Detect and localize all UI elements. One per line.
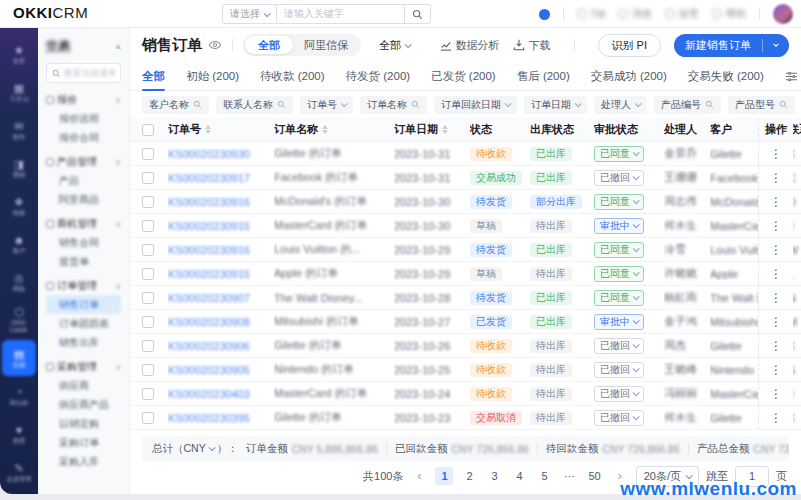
tab-5[interactable]: 售后 (200) bbox=[517, 62, 570, 91]
global-search-input[interactable]: 请输入关键字 bbox=[277, 4, 405, 24]
sort-icon[interactable] bbox=[322, 125, 328, 134]
topbar-nav-item-0[interactable]: TM bbox=[577, 7, 605, 21]
filter-chip-7[interactable]: 产品编号 bbox=[654, 96, 721, 114]
user-avatar[interactable] bbox=[773, 4, 793, 24]
more-actions-button[interactable]: ⋮ bbox=[770, 291, 782, 305]
sidebar-search-input[interactable]: 搜索当前菜单 bbox=[46, 63, 121, 83]
totals-currency-select[interactable]: 总计（CNY）： bbox=[152, 442, 238, 456]
more-actions-button[interactable]: ⋮ bbox=[770, 147, 782, 161]
row-checkbox[interactable] bbox=[142, 196, 154, 208]
order-number-link[interactable]: KS00020230906 bbox=[168, 340, 250, 352]
sort-icon[interactable] bbox=[442, 125, 448, 134]
topbar-nav-item-3[interactable]: 帮助 bbox=[712, 7, 746, 21]
create-order-button[interactable]: 新建销售订单 bbox=[674, 34, 789, 57]
row-checkbox[interactable] bbox=[142, 268, 154, 280]
sidebar-item[interactable]: 报价说明 bbox=[46, 109, 121, 128]
sort-icon[interactable] bbox=[205, 125, 211, 134]
approval-dropdown[interactable]: 已撤回 bbox=[594, 362, 644, 378]
page-button-2[interactable]: 2 bbox=[460, 467, 478, 485]
more-actions-button[interactable]: ⋮ bbox=[770, 195, 782, 209]
sidebar-section-header-2[interactable]: 商机管理∨ bbox=[46, 215, 121, 233]
row-checkbox[interactable] bbox=[142, 148, 154, 160]
tab-2[interactable]: 待收款 (200) bbox=[260, 62, 325, 91]
row-checkbox[interactable] bbox=[142, 172, 154, 184]
filter-chip-8[interactable]: 产品型号 bbox=[728, 96, 795, 114]
more-actions-button[interactable]: ⋮ bbox=[770, 339, 782, 353]
row-checkbox[interactable] bbox=[142, 220, 154, 232]
tab-1[interactable]: 初始 (200) bbox=[186, 62, 239, 91]
order-number-link[interactable]: KS00020230403 bbox=[168, 388, 250, 400]
sidebar-item[interactable]: 销售订单 bbox=[46, 295, 121, 314]
filter-chip-3[interactable]: 订单名称 bbox=[360, 96, 427, 114]
approval-dropdown[interactable]: 审批中 bbox=[594, 218, 644, 234]
page-button-4[interactable]: 4 bbox=[510, 467, 528, 485]
page-button-5[interactable]: 5 bbox=[535, 467, 553, 485]
select-all-checkbox[interactable] bbox=[142, 124, 154, 136]
sidebar-item[interactable]: 供应商 bbox=[46, 376, 121, 395]
page-button-1[interactable]: 1 bbox=[435, 467, 453, 485]
global-search-category-select[interactable]: 请选择 bbox=[222, 4, 277, 24]
tab-4[interactable]: 已发货 (200) bbox=[431, 62, 496, 91]
sidebar-section-header-0[interactable]: 报价∨ bbox=[46, 91, 121, 109]
preview-eye-icon[interactable] bbox=[208, 38, 222, 52]
sidebar-section-header-1[interactable]: 产品管理∨ bbox=[46, 153, 121, 171]
tab-6[interactable]: 交易成功 (200) bbox=[591, 62, 667, 91]
approval-dropdown[interactable]: 审批中 bbox=[594, 314, 644, 330]
rail-item-6[interactable]: ◎商机 bbox=[2, 264, 36, 300]
column-settings-icon[interactable] bbox=[785, 70, 798, 83]
rail-item-4[interactable]: ❖线索 bbox=[2, 188, 36, 224]
approval-dropdown[interactable]: 已同意 bbox=[594, 194, 644, 210]
row-checkbox[interactable] bbox=[142, 388, 154, 400]
create-order-caret[interactable] bbox=[763, 41, 789, 49]
row-checkbox[interactable] bbox=[142, 244, 154, 256]
rail-item-7[interactable]: ⬡OKKI Leads bbox=[2, 302, 36, 338]
tab-0[interactable]: 全部 bbox=[142, 62, 165, 91]
filter-chip-0[interactable]: 客户名称 bbox=[142, 96, 209, 114]
approval-dropdown[interactable]: 已同意 bbox=[594, 266, 644, 282]
row-checkbox[interactable] bbox=[142, 412, 154, 424]
sidebar-item[interactable]: 产品 bbox=[46, 171, 121, 190]
filter-chip-5[interactable]: 订单日期 bbox=[524, 96, 587, 114]
sidebar-item[interactable]: 阿里商品 bbox=[46, 190, 121, 209]
approval-dropdown[interactable]: 已同意 bbox=[594, 146, 644, 162]
order-number-link[interactable]: KS00020230917 bbox=[168, 172, 250, 184]
row-checkbox[interactable] bbox=[142, 340, 154, 352]
rail-item-8[interactable]: ▤交易 bbox=[2, 340, 36, 376]
sidebar-item[interactable]: 销售出库 bbox=[46, 333, 121, 352]
sidebar-item[interactable]: 采购订单 bbox=[46, 433, 121, 452]
data-analysis-button[interactable]: 数据分析 bbox=[440, 38, 500, 53]
topbar-nav-item-2[interactable]: 设置 bbox=[665, 7, 699, 21]
segment-ali-xinbao[interactable]: 阿里信保 bbox=[293, 38, 359, 53]
rail-item-2[interactable]: ✉邮件 bbox=[2, 112, 36, 148]
approval-dropdown[interactable]: 已撤回 bbox=[594, 170, 644, 186]
rail-item-1[interactable]: ▦工作台 bbox=[2, 74, 36, 110]
order-number-link[interactable]: KS00020230916 bbox=[168, 244, 250, 256]
page-button-3[interactable]: 3 bbox=[485, 467, 503, 485]
sidebar-item[interactable]: 销售合同 bbox=[46, 233, 121, 252]
prev-page-button[interactable]: ‹ bbox=[410, 467, 428, 485]
rail-item-3[interactable]: ◨营销 bbox=[2, 150, 36, 186]
filter-chip-6[interactable]: 处理人 bbox=[594, 96, 647, 114]
order-number-link[interactable]: KS00020230930 bbox=[168, 148, 250, 160]
rail-item-11[interactable]: ✎企业管理 bbox=[2, 454, 36, 490]
sidebar-item[interactable]: 提货单 bbox=[46, 252, 121, 271]
rail-item-5[interactable]: ☻客户 bbox=[2, 226, 36, 262]
order-number-link[interactable]: KS00020230395 bbox=[168, 412, 250, 424]
order-number-link[interactable]: KS00020230907 bbox=[168, 292, 250, 304]
tab-3[interactable]: 待发货 (200) bbox=[346, 62, 411, 91]
more-actions-button[interactable]: ⋮ bbox=[770, 171, 782, 185]
filter-chip-4[interactable]: 订单回款日期 bbox=[434, 96, 517, 114]
order-number-link[interactable]: KS00020230915 bbox=[168, 220, 250, 232]
more-actions-button[interactable]: ⋮ bbox=[770, 219, 782, 233]
filter-chip-1[interactable]: 联系人名称 bbox=[216, 96, 293, 114]
sidebar-item[interactable]: 订单跟踪表 bbox=[46, 314, 121, 333]
recognize-pi-button[interactable]: 识别 PI bbox=[598, 34, 661, 57]
download-button[interactable]: 下载 bbox=[513, 38, 551, 53]
rail-item-9[interactable]: ◔BI分析 bbox=[2, 378, 36, 414]
row-checkbox[interactable] bbox=[142, 364, 154, 376]
segment-all[interactable]: 全部 bbox=[245, 36, 293, 54]
more-actions-button[interactable]: ⋮ bbox=[770, 411, 782, 425]
approval-dropdown[interactable]: 已同意 bbox=[594, 242, 644, 258]
sidebar-section-header-3[interactable]: 订单管理∨ bbox=[46, 277, 121, 295]
order-number-link[interactable]: KS00020230905 bbox=[168, 364, 250, 376]
